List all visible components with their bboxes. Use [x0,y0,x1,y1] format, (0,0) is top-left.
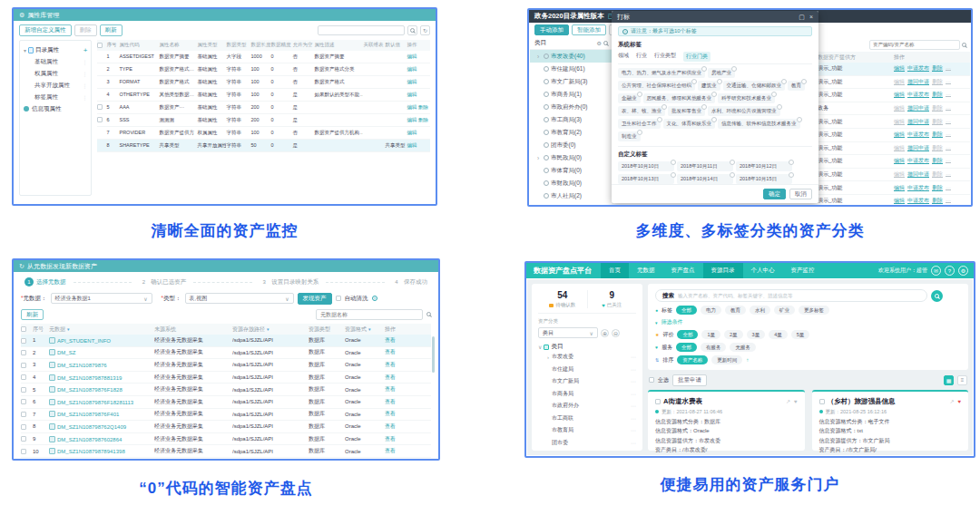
search-icon[interactable] [426,312,431,316]
row-checkbox[interactable] [21,412,26,417]
edit-link[interactable]: 编辑 [894,78,905,86]
metadata-link[interactable]: DM_SZ1N10879876F1828 [57,387,122,393]
org-tree-item[interactable]: 市文广新局(3) [530,75,612,88]
sort-pill[interactable]: 资产名称 [677,355,708,364]
tag-chip[interactable]: 农、林、牧、渔业 [618,106,665,116]
date-tag-chip[interactable]: 2018年10月10日 [618,161,674,171]
edit-link[interactable]: 编辑 [894,104,905,112]
view-link[interactable]: 查看 [385,374,396,380]
search-icon[interactable] [962,43,966,47]
refresh-button[interactable]: 刷新 [100,24,122,36]
row-checkbox[interactable] [21,436,26,442]
step-1[interactable]: 1选择元数据 [24,277,66,286]
table-row[interactable]: 政务 编辑 撤回申请 删除 … [814,102,970,116]
delete-link[interactable]: 删除 [932,104,943,112]
table-row[interactable]: 4 OTHERTYPE 其他类型数据… 基础属性 字符串 100 0 是 如果默… [97,89,430,102]
share-icon[interactable]: ↗ [949,398,954,404]
publish-withdraw-link[interactable]: 撤回申请 [907,78,929,86]
row-checkbox[interactable] [21,363,26,368]
category-tree-item[interactable]: 市住建局 ⋯ [538,364,636,376]
step-2[interactable]: 2确认已选资产 [139,277,186,286]
nav-item[interactable]: 元数据 [629,263,663,278]
tag-chip[interactable]: 信息传输、软件和信息技术服务业 [718,119,800,129]
filter-icon[interactable]: ▼ [368,327,371,332]
select-all-checkbox[interactable] [97,43,103,48]
tag-chip[interactable]: 文化、体育和娱乐业 [663,119,716,129]
rating-pill[interactable]: 5星 [791,330,810,339]
view-link[interactable]: 查看 [385,423,396,429]
table-row[interactable]: 6 DM_SZ1N10879876F18281113 经济业务元数据采集 /sd… [21,396,431,409]
metadata-link[interactable]: DM_SZ [57,350,75,355]
view-link[interactable]: 查看 [385,448,396,453]
row-checkbox[interactable] [97,117,103,122]
category-tree-item[interactable]: 市教育局 ⋯ [538,424,636,437]
more-link[interactable]: … [946,64,951,73]
table-row[interactable]: 7 DM_SZ1N10879876F401 经济业务元数据采集 /sdpa1/S… [21,409,431,422]
org-tree-item[interactable]: 市住建局(61) [530,63,612,75]
stat-followed[interactable]: 9 ♥已关注 [587,290,637,308]
date-tag-chip[interactable]: 2018年10月15日 [736,174,792,184]
table-row[interactable]: 4 DM_SZ1N1087987881319 经济业务元数据采集 /sdpa1/… [21,372,431,384]
sort-asc-icon[interactable]: ↑ [746,357,749,363]
tag-tab[interactable]: 行业 [636,52,647,62]
help-icon[interactable]: ? [372,296,377,301]
tag-chip[interactable]: 水利、环境和公共设施管理业 [708,106,780,116]
asset-card-1[interactable]: A街道水费表 ↗ ♥ 更新：2021-08-27 11:06:46 信息资源格式… [648,390,805,452]
share-icon[interactable]: ↗ [786,398,790,404]
row-checkbox[interactable] [21,374,26,380]
category-tree-item[interactable]: 团市委 ⋯ [538,437,636,450]
delete-link[interactable]: 删除 [932,78,943,86]
metadata-link[interactable]: DM_SZ1N1087987602864 [57,437,122,442]
delete-link[interactable]: 删除 [932,118,943,126]
select-all-checkbox[interactable] [649,377,654,383]
tag-tab[interactable]: 领域 [618,52,629,62]
table-row[interactable]: 2 TYPE 数据资产格式… 基础属性 字符串 100 0 否 数据资产格式分类… [97,63,430,76]
edit-link[interactable]: 编辑 [894,170,905,179]
batch-apply-button[interactable]: 批量申请 [672,374,707,386]
table-row[interactable]: 9 DM_SZ1N1087987602864 经济业务元数据采集 /sdpa1/… [21,433,431,446]
table-row[interactable]: 8 SHARETYPE 共享类型 共享开放属性 字符串 50 0 是 共享类型 … [97,140,430,152]
table-row[interactable]: 6 SSS 测测测 基础属性 字符串 200 0 是 编辑 删除 [97,114,430,127]
delete-link[interactable]: 删除 [932,157,943,165]
delete-link[interactable]: 删除 [932,184,943,192]
help-icon[interactable]: ? [945,266,955,276]
service-pill[interactable]: 全部 [676,343,697,352]
row-checkbox[interactable] [21,399,26,404]
table-row[interactable]: 演示_功能 编辑 申请发布 删除 … [814,129,970,142]
date-tag-chip[interactable]: 2018年10月11日 [677,161,733,171]
manual-add-button[interactable]: 手动添加 [534,24,569,36]
add-icon[interactable]: + [83,46,88,54]
maximize-icon[interactable]: ▢ [799,14,805,21]
date-tag-chip[interactable]: 2018年10月12日 [736,161,792,171]
stat-pending[interactable]: 54 待确认数 [538,290,587,308]
publish-withdraw-link[interactable]: 撤回申请 [907,104,929,112]
select-all-checkbox[interactable] [21,326,26,332]
delete-link[interactable]: 删除 [932,197,943,205]
tag-tab[interactable]: 行业门类 [683,52,710,62]
publish-withdraw-link[interactable]: 撤回申请 [907,118,929,126]
category-tree-item[interactable]: 市文广新局 ⋯ [538,375,636,388]
table-row[interactable]: 5 AAA 数据资产··· 基础属性 字符串 200 0 是 编辑 删除 [97,102,430,114]
tree-item[interactable]: 共享开放属性 ⋮ [24,80,87,92]
smart-add-button[interactable]: 智能添加 [572,24,606,36]
category-tree-item[interactable]: › 市发改委 ⋯ [538,351,636,364]
metadata-link[interactable]: DM_SZ1N1087987881319 [57,375,122,381]
view-link[interactable]: 查看 [385,411,396,416]
view-link[interactable]: 查看 [385,362,396,367]
publish-withdraw-link[interactable]: 申请发布 [907,91,929,99]
nav-item[interactable]: 资源目录 [703,263,743,278]
category-tree-item[interactable]: 市工商联 ⋯ [538,413,636,425]
row-checkbox[interactable] [21,387,26,393]
metadata-link[interactable]: API_STUDENT_INFO [57,338,111,344]
org-tree-item[interactable]: 团市委(0) [530,139,612,151]
table-row[interactable]: 演示_功能 编辑 申请发布 删除 … [814,155,970,169]
row-checkbox[interactable] [21,350,26,355]
edit-link[interactable]: 编辑 [894,184,905,192]
view-link[interactable]: 查看 [385,337,396,343]
reset-icon-button[interactable]: ↻ [420,25,430,35]
service-pill[interactable]: 无服务 [730,343,756,352]
rating-pill[interactable]: 全部 [677,330,698,339]
gear-icon[interactable]: ⚙ [597,40,602,46]
nav-item[interactable]: 首页 [601,263,629,278]
category-tab[interactable]: 类目 ⚙ [530,37,612,50]
